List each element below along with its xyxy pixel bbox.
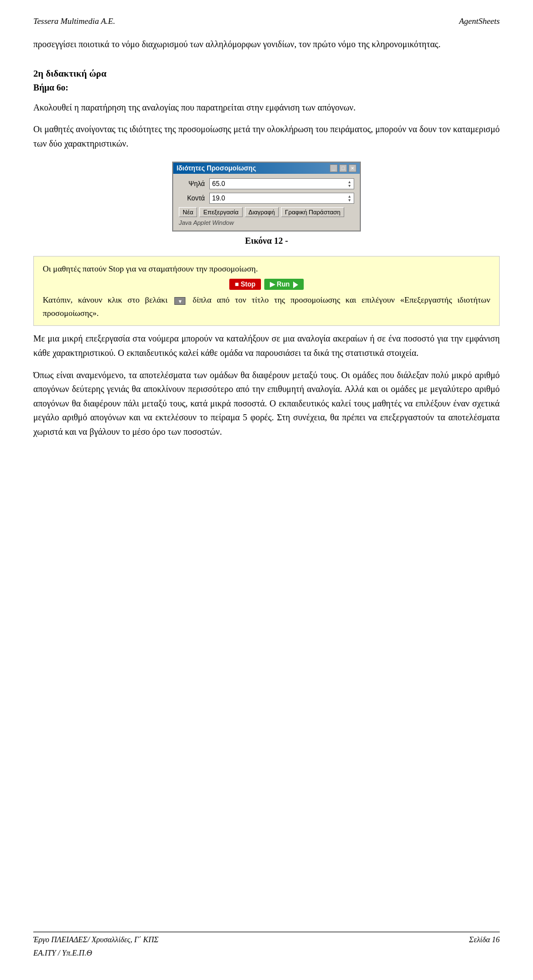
sim-value-konta: 19.0 <box>212 194 225 202</box>
sim-edit-button[interactable]: Επεξεργασία <box>199 207 242 217</box>
up-arrow-icon: ▲ <box>348 180 351 184</box>
run-label: Run <box>276 280 289 288</box>
footer-right: Σελίδα 16 <box>469 936 500 944</box>
sim-java-label: Java Applet Window <box>179 219 354 226</box>
stop-button[interactable]: ■ Stop <box>229 279 261 290</box>
footer-bottom: ΕΑ.ΙΤΥ / Υπ.Ε.Π.Θ <box>33 949 500 958</box>
sim-new-button[interactable]: Νέα <box>179 207 197 217</box>
sim-action-buttons: Νέα Επεξεργασία Διαγραφή Γραφική Παράστα… <box>179 207 354 217</box>
sim-label-psila: Ψηλά <box>179 180 209 188</box>
velaki-icon: ▼ <box>174 297 185 305</box>
run-button[interactable]: ▶ Run <box>264 279 304 290</box>
stop-label: Stop <box>240 280 255 288</box>
section-subheading: Βήμα 6ο: <box>33 83 500 93</box>
sim-field-psila: Ψηλά 65.0 ▲ ▼ <box>179 178 354 189</box>
figure-container: Ιδιότητες Προσομοίωσης _ □ × Ψηλά 65.0 ▲… <box>33 162 500 250</box>
sim-value-psila: 65.0 <box>212 180 225 188</box>
stop-run-bar: ■ Stop ▶ Run <box>43 279 490 290</box>
up-arrow-icon2: ▲ <box>348 194 351 198</box>
down-arrow-icon2: ▼ <box>348 198 351 202</box>
paragraph2: Οι μαθητές ανοίγοντας τις ιδιότητες της … <box>33 122 500 150</box>
sim-input-psila[interactable]: 65.0 ▲ ▼ <box>209 178 354 189</box>
header-left: Tessera Multimedia A.E. <box>33 17 115 26</box>
sim-titlebar: Ιδιότητες Προσομοίωσης _ □ × <box>173 163 360 174</box>
figure-caption: Εικόνα 12 - <box>245 236 288 246</box>
footer-divider <box>33 932 500 932</box>
simulation-window: Ιδιότητες Προσομοίωσης _ □ × Ψηλά 65.0 ▲… <box>172 162 361 232</box>
sim-graph-button[interactable]: Γραφική Παράσταση <box>281 207 344 217</box>
sim-label-konta: Κοντά <box>179 194 209 202</box>
footer-left: Έργο ΠΛΕΙΑΔΕΣ/ Χρυσαλλίδες, Γ΄ ΚΠΣ <box>33 936 159 944</box>
page-footer: Έργο ΠΛΕΙΑΔΕΣ/ Χρυσαλλίδες, Γ΄ ΚΠΣ Σελίδ… <box>0 932 533 958</box>
close-button[interactable]: × <box>349 164 356 172</box>
paragraph1: Ακολουθεί η παρατήρηση της αναλογίας που… <box>33 100 500 115</box>
section-heading: 2η διδακτική ώρα <box>33 68 500 79</box>
paragraph3: Με μια μικρή επεξεργασία στα νούμερα μπο… <box>33 331 500 360</box>
sim-field-konta: Κοντά 19.0 ▲ ▼ <box>179 193 354 204</box>
header-right: AgentSheets <box>459 17 500 26</box>
sim-spinner-psila[interactable]: ▲ ▼ <box>348 180 351 188</box>
down-arrow-icon: ▼ <box>348 184 351 188</box>
maximize-button[interactable]: □ <box>339 164 347 172</box>
sim-spinner-konta[interactable]: ▲ ▼ <box>348 194 351 202</box>
minimize-button[interactable]: _ <box>330 164 338 172</box>
yellow-line2: Κατόπιν, κάνουν κλικ στο βελάκι ▼ δίπλα … <box>43 293 490 320</box>
yellow-instruction-box: Οι μαθητές πατούν Stop για να σταματήσου… <box>33 256 500 326</box>
page-header: Tessera Multimedia A.E. AgentSheets <box>33 17 500 26</box>
yellow-line1: Οι μαθητές πατούν Stop για να σταματήσου… <box>43 262 490 275</box>
run-arrow-icon <box>293 282 298 288</box>
footer-content: Έργο ΠΛΕΙΑΔΕΣ/ Χρυσαλλίδες, Γ΄ ΚΠΣ Σελίδ… <box>33 936 500 944</box>
sim-body: Ψηλά 65.0 ▲ ▼ Κοντά 19.0 ▲ <box>173 174 360 230</box>
sim-delete-button[interactable]: Διαγραφή <box>245 207 279 217</box>
sim-title: Ιδιότητες Προσομοίωσης <box>177 164 256 172</box>
yellow-line2-prefix: Κατόπιν, κάνουν κλικ στο βελάκι <box>43 295 168 304</box>
sim-input-konta[interactable]: 19.0 ▲ ▼ <box>209 193 354 204</box>
intro-paragraph: προσεγγίσει ποιοτικά το νόμο διαχωρισμού… <box>33 37 500 52</box>
paragraph4: Όπως είναι αναμενόμενο, τα αποτελέσματα … <box>33 368 500 439</box>
sim-titlebar-buttons: _ □ × <box>330 164 356 172</box>
